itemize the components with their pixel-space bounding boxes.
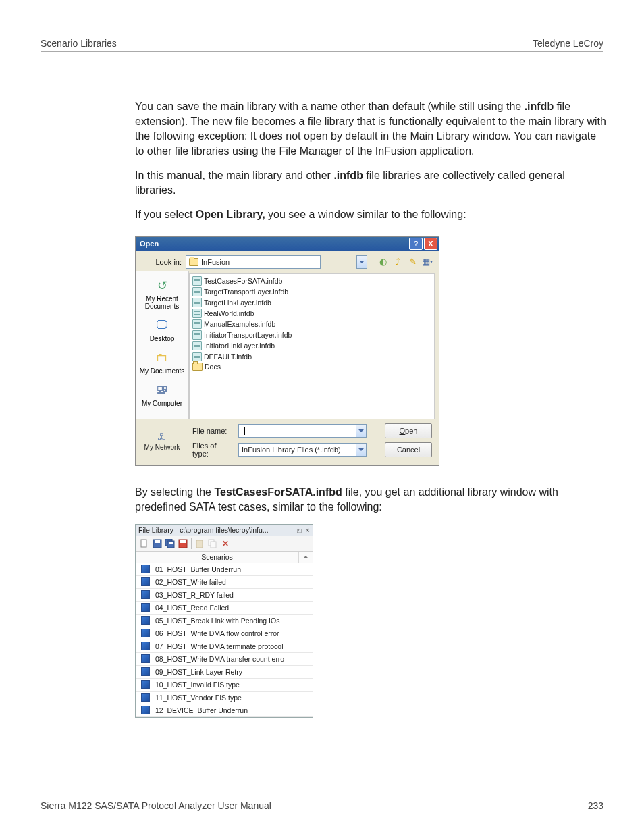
back-icon[interactable]: ◐ (377, 256, 389, 268)
scenario-item[interactable]: 05_HOST_Break Link with Pending IOs (136, 615, 313, 627)
footer-left: Sierra M122 SAS/SATA Protocol Analyzer U… (41, 800, 271, 811)
open-dialog: Open ? X Look in: InFusion ◐ ⤴ ✎ ▦▾ ↺My … (135, 236, 439, 466)
scenario-item[interactable]: 09_HOST_Link Layer Retry (136, 666, 313, 679)
dropdown-arrow-icon[interactable] (356, 255, 367, 269)
filetype-combo[interactable]: InFusion Library Files (*.infdb) (238, 443, 381, 457)
file-library-panel: File Library - c:\program files\lecroy\i… (135, 524, 313, 718)
svg-rect-5 (169, 542, 173, 544)
svg-rect-7 (180, 540, 186, 543)
place-desktop[interactable]: 🖵Desktop (136, 315, 188, 344)
scenario-item[interactable]: 07_HOST_Write DMA terminate protocol (136, 640, 313, 653)
new-folder-icon[interactable]: ✎ (406, 256, 419, 268)
folder-item[interactable]: Docs (192, 362, 431, 371)
delete-icon[interactable]: ✕ (220, 538, 231, 549)
paragraph-3: If you select Open Library, you see a wi… (135, 207, 608, 222)
filename-label: File name: (192, 427, 234, 435)
save-all-icon[interactable] (165, 538, 176, 549)
dialog-title: Open (140, 240, 159, 248)
file-icon (192, 298, 202, 307)
dropdown-arrow-icon[interactable] (356, 424, 367, 438)
help-button[interactable]: ? (409, 238, 423, 250)
file-item[interactable]: RealWorld.infdb (192, 308, 431, 319)
file-icon (192, 330, 202, 340)
svg-rect-2 (155, 540, 160, 543)
scenario-item[interactable]: 01_HOST_Buffer Underrun (136, 563, 313, 576)
new-icon[interactable] (139, 538, 150, 549)
filelib-title: File Library - c:\program files\lecroy\i… (138, 526, 269, 534)
cancel-button[interactable]: Cancel (385, 442, 432, 457)
file-list[interactable]: TestCasesForSATA.infdbTargetTransportLay… (189, 273, 435, 419)
lookin-combo[interactable]: InFusion (186, 255, 367, 269)
scenario-icon (141, 693, 150, 702)
copy-icon[interactable] (207, 538, 218, 549)
filelib-titlebar: File Library - c:\program files\lecroy\i… (136, 525, 313, 536)
paragraph-4: By selecting the TestCasesForSATA.infbd … (135, 485, 608, 515)
lookin-label: Look in: (141, 258, 182, 266)
scenario-item[interactable]: 08_HOST_Write DMA transfer count erro (136, 653, 313, 666)
svg-rect-0 (141, 540, 146, 547)
scenario-list: 01_HOST_Buffer Underrun02_HOST_Write fai… (136, 563, 313, 717)
svg-rect-10 (211, 542, 216, 548)
scenario-icon (141, 642, 150, 650)
scenario-icon (141, 654, 150, 663)
page-footer: Sierra M122 SAS/SATA Protocol Analyzer U… (41, 800, 603, 811)
place-mynet[interactable]: 🖧My Network (136, 430, 188, 451)
scenario-item[interactable]: 12_DEVICE_Buffer Underrun (136, 704, 313, 717)
scenario-icon (141, 629, 150, 637)
places-bar: ↺My Recent Documents 🖵Desktop 🗀My Docume… (136, 271, 189, 419)
file-icon (192, 352, 202, 361)
scenario-item[interactable]: 03_HOST_R_RDY failed (136, 589, 313, 602)
scenario-item[interactable]: 11_HOST_Vendor FIS type (136, 692, 313, 704)
scenario-icon (141, 590, 150, 599)
place-recent[interactable]: ↺My Recent Documents (136, 276, 188, 311)
file-icon (192, 319, 202, 329)
file-icon (192, 287, 202, 296)
close-icon[interactable]: × (306, 526, 310, 534)
scenario-icon (141, 680, 150, 689)
dialog-titlebar: Open ? X (136, 237, 439, 251)
scenario-item[interactable]: 10_HOST_Invalid FIS type (136, 679, 313, 692)
place-mycomp[interactable]: 🖳My Computer (136, 380, 188, 409)
scenario-icon (141, 565, 150, 573)
file-item[interactable]: TargetLinkLayer.infdb (192, 297, 431, 308)
folder-icon (189, 258, 198, 266)
paragraph-2: In this manual, the main library and oth… (135, 168, 608, 198)
file-icon (192, 276, 202, 286)
scenarios-column-header[interactable]: Scenarios (136, 552, 299, 563)
header-right: Teledyne LeCroy (533, 38, 603, 49)
page-header: Scenario Libraries Teledyne LeCroy (41, 38, 603, 52)
scenario-item[interactable]: 04_HOST_Read Failed (136, 602, 313, 615)
place-mydocs[interactable]: 🗀My Documents (136, 348, 188, 376)
svg-rect-8 (196, 540, 203, 548)
paste-icon[interactable] (194, 538, 205, 549)
up-folder-icon[interactable]: ⤴ (392, 256, 404, 268)
header-left: Scenario Libraries (41, 38, 117, 49)
view-menu-icon[interactable]: ▦▾ (421, 256, 433, 268)
scenario-icon (141, 577, 150, 586)
close-button[interactable]: X (424, 238, 437, 250)
filename-input[interactable] (238, 424, 381, 438)
scenario-icon (141, 603, 150, 612)
file-item[interactable]: TestCasesForSATA.infdb (192, 276, 431, 286)
file-item[interactable]: TargetTransportLayer.infdb (192, 286, 431, 297)
file-item[interactable]: ManualExamples.infdb (192, 319, 431, 330)
dropdown-arrow-icon[interactable] (356, 443, 367, 457)
scenario-item[interactable]: 02_HOST_Write failed (136, 576, 313, 589)
open-button[interactable]: Open (385, 423, 432, 438)
file-item[interactable]: InitiatorTransportLayer.infdb (192, 330, 431, 340)
scenario-icon (141, 616, 150, 625)
scenario-item[interactable]: 06_HOST_Write DMA flow control error (136, 627, 313, 640)
scenario-icon (141, 706, 150, 714)
save-as-icon[interactable] (178, 538, 188, 549)
file-item[interactable]: DEFAULT.infdb (192, 351, 431, 362)
save-icon[interactable] (152, 538, 163, 549)
pin-icon[interactable]: ⏍ (297, 526, 302, 534)
filetype-label: Files of type: (192, 442, 234, 458)
footer-page-number: 233 (588, 800, 603, 811)
scenario-icon (141, 667, 150, 676)
paragraph-1: You can save the main library with a nam… (135, 99, 608, 159)
file-item[interactable]: InitiatorLinkLayer.infdb (192, 340, 431, 351)
folder-icon (192, 363, 203, 371)
file-icon (192, 309, 202, 318)
sort-up-icon[interactable] (299, 552, 313, 563)
